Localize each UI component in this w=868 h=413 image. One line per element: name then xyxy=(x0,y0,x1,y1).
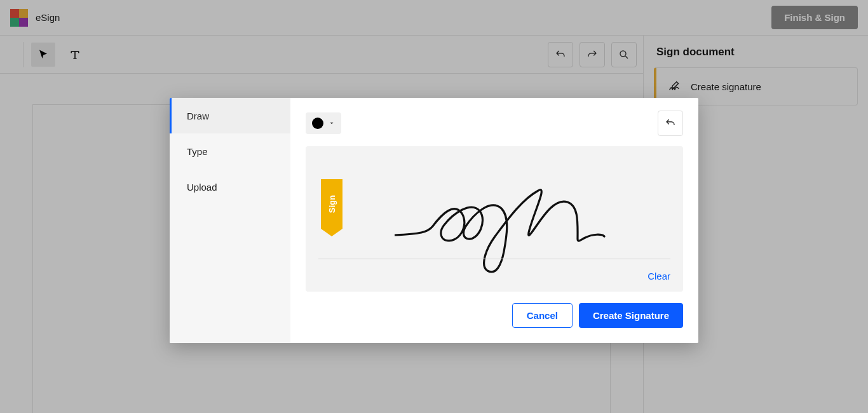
modal-tab-type[interactable]: Type xyxy=(170,133,290,169)
color-dot-icon xyxy=(312,118,323,129)
cancel-button[interactable]: Cancel xyxy=(512,303,573,328)
signature-canvas[interactable]: Sign Clear xyxy=(306,146,683,292)
modal-undo-button[interactable] xyxy=(658,111,683,136)
signature-modal: Draw Type Upload Sign xyxy=(170,98,698,343)
color-picker[interactable] xyxy=(306,112,341,134)
signature-line-wrap xyxy=(318,164,670,259)
modal-actions: Cancel Create Signature xyxy=(306,303,683,328)
undo-icon xyxy=(665,118,676,129)
modal-tab-upload[interactable]: Upload xyxy=(170,169,290,205)
chevron-down-icon xyxy=(329,120,335,126)
signature-baseline xyxy=(318,259,670,259)
signature-drawing xyxy=(395,169,623,277)
create-signature-button[interactable]: Create Signature xyxy=(579,303,683,328)
modal-main: Sign Clear Cancel Create Signature xyxy=(290,98,698,343)
modal-overlay: Draw Type Upload Sign xyxy=(0,0,868,413)
modal-top-row xyxy=(306,111,683,136)
modal-sidebar: Draw Type Upload xyxy=(170,98,290,343)
modal-tab-draw[interactable]: Draw xyxy=(170,98,290,133)
clear-signature-link[interactable]: Clear xyxy=(318,264,670,281)
